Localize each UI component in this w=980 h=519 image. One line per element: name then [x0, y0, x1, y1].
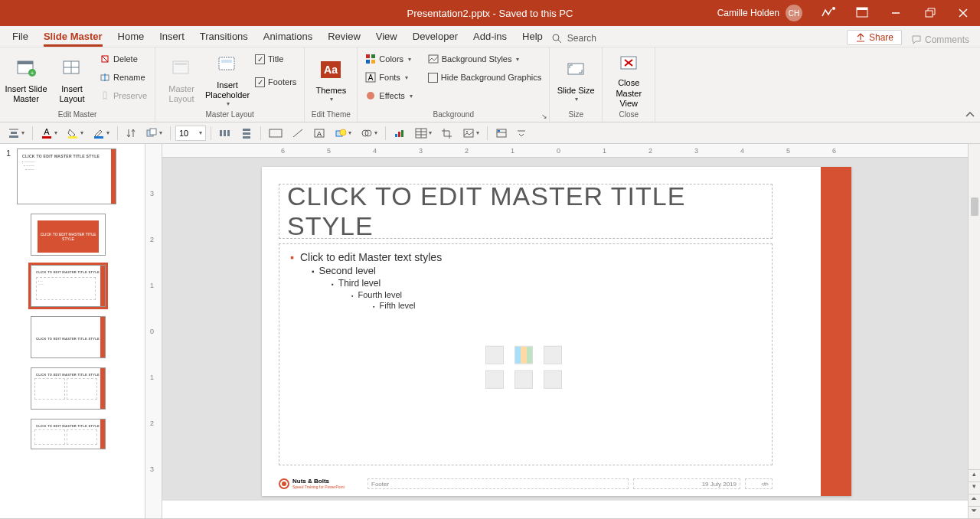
tab-insert[interactable]: Insert — [152, 28, 192, 47]
outline-color-button[interactable]: ▾ — [90, 125, 113, 142]
svg-rect-72 — [498, 130, 500, 132]
restore-button[interactable] — [913, 0, 946, 26]
font-size-input[interactable]: 10▾ — [175, 126, 206, 141]
tab-view[interactable]: View — [368, 28, 405, 47]
bullet-l4: Fourth level — [351, 289, 761, 300]
crop-button[interactable] — [438, 125, 456, 142]
delete-button[interactable]: Delete — [96, 51, 150, 67]
distribute-v-button[interactable] — [237, 125, 256, 142]
picture-button[interactable]: ▾ — [459, 125, 482, 142]
minimize-button[interactable] — [879, 0, 913, 26]
line-shape-button[interactable] — [289, 125, 307, 142]
date-placeholder[interactable]: 19 July 2019 — [633, 478, 740, 489]
insert-online-picture-icon[interactable] — [514, 370, 533, 389]
title-checkbox[interactable]: Title — [252, 51, 299, 67]
insert-video-icon[interactable] — [544, 370, 562, 389]
thumbnail-panel[interactable]: 1 CLICK TO EDIT MASTER TITLE STYLE ▪ ───… — [0, 144, 145, 518]
tab-developer[interactable]: Developer — [405, 28, 466, 47]
tab-file[interactable]: File — [5, 28, 36, 47]
scroll-down-icon[interactable]: ▾ — [969, 481, 980, 494]
thumbnail-layout-1[interactable]: CLICK TO EDIT MASTER TITLE STYLE — [24, 209, 145, 260]
insert-placeholder-button[interactable]: Insert Placeholder▾ — [206, 51, 249, 109]
merge-shapes-button[interactable]: ▾ — [358, 125, 381, 142]
chart-button[interactable] — [390, 125, 409, 142]
sort-icon — [126, 128, 136, 139]
thumbnail-layout-3[interactable]: CLICK TO EDIT MASTER TITLE STYLE — [24, 312, 145, 363]
effects-button[interactable]: Effects▾ — [362, 87, 415, 104]
insert-layout-button[interactable]: Insert Layout — [51, 51, 93, 109]
collapse-ribbon-button[interactable] — [965, 111, 975, 119]
ribbon-display-icon[interactable] — [845, 0, 879, 26]
scrollbar-thumb[interactable] — [971, 197, 978, 216]
slide-editor: 3 2 1 0 1 2 3 6 5 4 3 2 1 0 1 2 3 4 5 6 — [145, 144, 980, 518]
font-color-button[interactable]: A▾ — [38, 125, 60, 142]
content-type-icons[interactable] — [485, 346, 567, 389]
insert-smartart-icon[interactable] — [544, 346, 562, 364]
selection-pane-button[interactable] — [492, 125, 511, 142]
arrange-button[interactable]: ▾ — [142, 125, 165, 142]
slide-canvas-area[interactable]: Click to edit Master title style Click t… — [162, 158, 968, 501]
sort-button[interactable] — [122, 125, 139, 142]
tab-transitions[interactable]: Transitions — [192, 28, 256, 47]
share-button[interactable]: Share — [847, 30, 902, 45]
hide-bg-checkbox[interactable]: Hide Background Graphics — [425, 69, 544, 86]
group-label: Background — [433, 110, 474, 120]
svg-rect-49 — [227, 130, 230, 136]
textbox-button[interactable]: A — [310, 125, 328, 142]
picture-icon — [462, 128, 475, 139]
avatar[interactable]: CH — [786, 5, 802, 21]
insert-picture-icon[interactable] — [485, 370, 504, 389]
tab-slide-master[interactable]: Slide Master — [36, 28, 110, 47]
insert-table-icon[interactable] — [485, 346, 504, 364]
thumbnail-layout-2[interactable]: CLICK TO EDIT MASTER TITLE STYLE ▪ ── ▪ … — [24, 260, 145, 312]
tab-animations[interactable]: Animations — [256, 28, 320, 47]
tab-help[interactable]: Help — [514, 28, 550, 47]
svg-rect-21 — [175, 63, 187, 65]
themes-button[interactable]: Aa Themes▾ — [309, 51, 352, 109]
svg-rect-52 — [243, 136, 250, 139]
themes-icon: Aa — [319, 59, 342, 80]
slide-size-icon — [565, 60, 586, 79]
thumbnail-layout-4[interactable]: CLICK TO EDIT MASTER TITLE STYLE — [24, 363, 145, 414]
close-master-view-button[interactable]: Close Master View — [607, 51, 650, 109]
slide[interactable]: Click to edit Master title style Click t… — [262, 167, 851, 496]
footers-checkbox[interactable]: Footers — [252, 73, 299, 90]
colors-button[interactable]: Colors▾ — [362, 51, 415, 67]
rename-button[interactable]: Rename — [96, 69, 150, 86]
font-color-icon: A — [41, 127, 53, 139]
close-button[interactable] — [946, 0, 980, 26]
horizontal-ruler: 6 5 4 3 2 1 0 1 2 3 4 5 6 — [162, 144, 968, 158]
insert-slide-master-button[interactable]: + Insert Slide Master — [5, 51, 47, 109]
next-slide-icon[interactable]: ⏷ — [969, 506, 980, 518]
search-box[interactable]: Search — [550, 30, 596, 47]
tab-addins[interactable]: Add-ins — [466, 28, 514, 47]
shapes-button[interactable]: ▾ — [332, 125, 354, 142]
footer-placeholder[interactable]: Footer — [368, 478, 629, 489]
fill-color-button[interactable]: ▾ — [64, 125, 87, 142]
number-placeholder[interactable]: ‹#› — [745, 478, 773, 489]
user-name[interactable]: Camille Holden — [717, 8, 779, 18]
svg-line-17 — [102, 56, 108, 62]
slide-size-button[interactable]: Slide Size▾ — [554, 51, 597, 109]
scroll-up-icon[interactable]: ▴ — [969, 469, 980, 481]
content-placeholder[interactable]: Click to edit Master text styles Second … — [279, 243, 773, 465]
svg-rect-26 — [366, 54, 370, 58]
table-button[interactable]: ▾ — [412, 125, 435, 142]
title-placeholder[interactable]: Click to edit Master title style — [279, 184, 773, 239]
thumbnail-master[interactable]: 1 CLICK TO EDIT MASTER TITLE STYLE ▪ ───… — [0, 144, 145, 209]
align-button[interactable]: ▾ — [5, 125, 28, 142]
vertical-scrollbar[interactable]: ▴ ▾ ⏶ ⏷ — [968, 144, 980, 518]
fonts-button[interactable]: AFonts▾ — [362, 69, 415, 86]
tab-home[interactable]: Home — [110, 28, 152, 47]
thumbnail-layout-5[interactable]: CLICK TO EDIT MASTER TITLE STYLE — [24, 414, 145, 454]
background-styles-button[interactable]: Background Styles▾ — [425, 51, 544, 67]
comments-button[interactable]: Comments — [905, 33, 975, 47]
insert-chart-icon[interactable] — [514, 346, 533, 364]
tab-review[interactable]: Review — [320, 28, 368, 47]
background-dialog-launcher[interactable]: ↘ — [541, 113, 547, 120]
distribute-h-button[interactable] — [216, 125, 234, 142]
simplified-ribbon-icon[interactable] — [812, 0, 845, 26]
rectangle-shape-button[interactable] — [266, 125, 286, 142]
customize-qat-button[interactable] — [514, 125, 529, 142]
prev-slide-icon[interactable]: ⏶ — [969, 494, 980, 506]
